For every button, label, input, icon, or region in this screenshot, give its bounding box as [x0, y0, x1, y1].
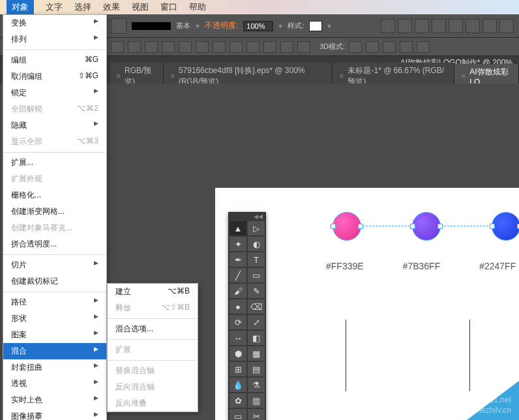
view-icon[interactable]	[499, 19, 514, 33]
3d-revolve-icon[interactable]	[366, 41, 379, 53]
menu-select[interactable]: 选择	[74, 1, 91, 13]
lasso-tool-icon[interactable]: ◐	[247, 236, 265, 252]
close-icon[interactable]: ×	[116, 72, 121, 81]
3d-materials-icon[interactable]	[417, 41, 430, 53]
stroke-preview[interactable]	[132, 22, 171, 30]
fill-swatch[interactable]	[111, 18, 126, 34]
menu-item[interactable]: 编组⌘G	[3, 52, 106, 68]
doc-setup-icon[interactable]	[381, 19, 395, 33]
menu-item[interactable]: 图像描摹	[3, 408, 106, 420]
pathfinder-icon[interactable]	[246, 41, 260, 53]
gradient-tool-icon[interactable]: ▤	[247, 361, 265, 377]
shape-mode-icon[interactable]	[263, 41, 276, 53]
style-swatch[interactable]	[309, 21, 322, 31]
menu-object[interactable]: 对象	[7, 0, 34, 15]
close-icon[interactable]: ×	[170, 72, 175, 81]
width-tool-icon[interactable]: ↔	[229, 330, 247, 346]
circle-object-3[interactable]	[492, 212, 519, 241]
menu-item[interactable]: 拼合透明度...	[3, 236, 106, 252]
close-icon[interactable]: ×	[339, 72, 344, 81]
menu-item: 创建对象马赛克...	[3, 220, 106, 236]
distribute-h-icon[interactable]	[213, 41, 226, 53]
transform-icon[interactable]	[280, 41, 293, 53]
menu-item[interactable]: 混合	[3, 343, 106, 359]
menu-item[interactable]: 切片	[3, 257, 106, 273]
collapse-icon[interactable]: ◀◀	[254, 213, 263, 220]
menu-help[interactable]: 帮助	[189, 1, 206, 13]
menu-effect[interactable]: 效果	[103, 1, 120, 13]
mesh-tool-icon[interactable]: ⊞	[229, 361, 247, 377]
menu-view[interactable]: 视图	[132, 1, 149, 13]
line-tool-icon[interactable]: ╱	[229, 267, 247, 283]
hex-label-1: #FF339E	[326, 261, 364, 271]
preferences-icon[interactable]	[398, 19, 412, 33]
hex-labels: #FF339E #7B36FF #2247FF	[326, 261, 516, 271]
align-bottom-icon[interactable]	[196, 41, 209, 53]
circle-object-1[interactable]	[333, 212, 361, 241]
rectangle-tool-icon[interactable]: ▭	[247, 267, 265, 283]
direct-selection-tool-icon[interactable]: ▷	[247, 220, 265, 236]
selection-tool-icon[interactable]: ▲	[229, 220, 247, 236]
isolate-icon[interactable]	[297, 41, 310, 53]
eraser-tool-icon[interactable]: ⌫	[247, 299, 265, 314]
align-hcenter-icon[interactable]	[128, 41, 141, 53]
rotate-tool-icon[interactable]: ⟳	[229, 314, 247, 330]
distribute-v-icon[interactable]	[230, 41, 243, 53]
brush-tool-icon[interactable]: 🖌	[229, 283, 247, 299]
submenu-item: 反向混合轴	[108, 379, 198, 395]
free-transform-tool-icon[interactable]: ◧	[247, 330, 265, 346]
3d-extrude-icon[interactable]	[349, 41, 362, 53]
align-right-icon[interactable]	[145, 41, 158, 53]
symbol-sprayer-tool-icon[interactable]: ✿	[229, 393, 247, 408]
menu-item[interactable]: 锁定	[3, 85, 106, 101]
align-top-icon[interactable]	[162, 41, 175, 53]
column-graph-tool-icon[interactable]: ▥	[247, 393, 265, 408]
perspective-grid-tool-icon[interactable]: ▦	[247, 346, 265, 361]
menu-item[interactable]: 路径	[3, 294, 106, 310]
menu-window[interactable]: 窗口	[160, 1, 177, 13]
align-icon[interactable]	[432, 19, 446, 33]
type-tool-icon[interactable]: T	[247, 252, 265, 267]
align-left-icon[interactable]	[111, 41, 124, 53]
circle-object-2[interactable]	[412, 212, 441, 241]
menu-item[interactable]: 扩展...	[3, 155, 106, 171]
align-vcenter-icon[interactable]	[179, 41, 192, 53]
grid-icon[interactable]	[466, 19, 480, 33]
blend-tool-icon[interactable]: ⚗	[247, 377, 265, 393]
menu-item[interactable]: 形状	[3, 310, 106, 327]
menu-item[interactable]: 取消编组⇧⌘G	[3, 68, 106, 85]
snap-icon[interactable]	[482, 19, 497, 33]
artboard-tool-icon[interactable]: ▭	[229, 408, 247, 420]
menu-item[interactable]: 透视	[3, 376, 106, 392]
eyedropper-tool-icon[interactable]: 💧	[229, 377, 247, 393]
slice-tool-icon[interactable]: ✂	[247, 408, 265, 420]
menu-item[interactable]: 创建裁切标记	[3, 273, 106, 290]
3d-rotate-icon[interactable]	[383, 41, 396, 53]
close-icon[interactable]: ×	[461, 72, 466, 81]
submenu-item[interactable]: 混合选项...	[108, 321, 198, 337]
opacity-input[interactable]	[243, 21, 273, 31]
menu-item[interactable]: 实时上色	[3, 392, 106, 408]
menu-text[interactable]: 文字	[46, 1, 63, 13]
blob-brush-tool-icon[interactable]: ●	[229, 299, 247, 314]
menu-item[interactable]: 创建渐变网格...	[3, 203, 106, 220]
scale-tool-icon[interactable]: ⤢	[247, 314, 265, 330]
pen-tool-icon[interactable]: ✒	[229, 252, 247, 267]
align2-icon[interactable]	[449, 19, 463, 33]
object-menu: 变换排列编组⌘G取消编组⇧⌘G锁定全部解锁⌥⌘2隐藏显示全部⌥⌘3扩展...扩展…	[3, 14, 107, 420]
arrange-icon[interactable]	[415, 19, 429, 33]
menu-item[interactable]: 栅格化...	[3, 187, 106, 203]
tools-panel-header[interactable]: ◀◀	[229, 213, 265, 220]
submenu-item[interactable]: 建立⌥⌘B	[108, 284, 198, 300]
3d-inflate-icon[interactable]	[400, 41, 413, 53]
menu-item[interactable]: 封套扭曲	[3, 359, 106, 376]
menu-item[interactable]: 排列	[3, 31, 106, 48]
menu-item[interactable]: 图案	[3, 327, 106, 343]
shape-builder-tool-icon[interactable]: ⬢	[229, 346, 247, 361]
pencil-tool-icon[interactable]: ✎	[247, 283, 265, 299]
stroke-style-label[interactable]: 基本	[176, 21, 190, 31]
menu-item[interactable]: 隐藏	[3, 117, 106, 134]
magic-wand-tool-icon[interactable]: ✦	[229, 236, 247, 252]
menu-item: 全部解锁⌥⌘2	[3, 101, 106, 117]
menu-item[interactable]: 变换	[3, 15, 106, 31]
